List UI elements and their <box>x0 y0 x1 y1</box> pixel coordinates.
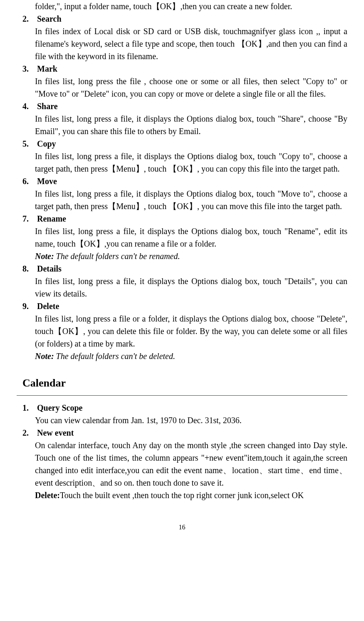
item-move: 6. Move In files list, long press a file… <box>17 175 347 212</box>
item-query-scope: 1. Query Scope You can view calendar fro… <box>17 402 347 426</box>
item-title: Move <box>37 177 57 186</box>
item-body: In files list, long press a file, it dis… <box>35 275 347 300</box>
note-label: Note: <box>35 352 54 361</box>
item-number: 9. <box>22 300 35 312</box>
item-number: 3. <box>22 62 35 75</box>
section-divider <box>17 395 347 396</box>
item-title: Share <box>37 102 58 111</box>
item-copy: 5. Copy In files list, long press a file… <box>17 137 347 175</box>
item-note: Note: The default folders can't be renam… <box>35 250 347 262</box>
item-body: In files list, long press a file, it dis… <box>35 150 347 175</box>
item-number: 6. <box>22 175 35 187</box>
item-title: Delete <box>37 302 59 311</box>
item-search: 2. Search In files index of Local disk o… <box>17 12 347 62</box>
item-title: Query Scope <box>37 403 82 412</box>
item-number: 7. <box>22 212 35 225</box>
item-body: In files list, long press a file or a fo… <box>35 312 347 350</box>
item-title: Search <box>37 14 62 23</box>
delete-body: Touch the built event ,then touch the to… <box>60 491 304 500</box>
item-delete-line: Delete:Touch the built event ,then touch… <box>35 489 347 501</box>
item-body: In files list, long press a file, it dis… <box>35 187 347 212</box>
item-body: In files list, long press a file, it dis… <box>35 225 347 250</box>
item-title: Mark <box>37 64 57 73</box>
item-title: New event <box>37 428 74 437</box>
item-number: 2. <box>22 426 35 439</box>
item-number: 8. <box>22 262 35 275</box>
item-details: 8. Details In files list, long press a f… <box>17 262 347 300</box>
item-title: Copy <box>37 139 56 148</box>
item-title: Details <box>37 264 62 273</box>
note-text: The default folders can't be renamed. <box>54 252 180 261</box>
item-body: In files list, long press a file, it dis… <box>35 112 347 137</box>
note-label: Note: <box>35 252 54 261</box>
item-body: In files list, long press the file , cho… <box>35 75 347 100</box>
item-number: 2. <box>22 12 35 25</box>
item-mark: 3. Mark In files list, long press the fi… <box>17 62 347 100</box>
item-number: 4. <box>22 100 35 112</box>
item-title: Rename <box>37 214 66 223</box>
item-rename: 7. Rename In files list, long press a fi… <box>17 212 347 262</box>
item-body: In files index of Local disk or SD card … <box>35 25 347 62</box>
section-title-calendar: Calendar <box>22 375 347 391</box>
delete-label: Delete: <box>35 491 60 500</box>
item-note: Note: The default folders can't be delet… <box>35 350 347 362</box>
item-body: You can view calendar from Jan. 1st, 197… <box>35 414 347 426</box>
item-new-event: 2. New event On calendar interface, touc… <box>17 426 347 501</box>
note-text: The default folders can't be deleted. <box>54 352 175 361</box>
top-fragment-text: folder,", input a folder name, touch【OK】… <box>35 0 347 12</box>
page-number: 16 <box>17 522 347 532</box>
item-number: 1. <box>22 402 35 414</box>
item-number: 5. <box>22 137 35 150</box>
item-share: 4. Share In files list, long press a fil… <box>17 100 347 137</box>
item-delete: 9. Delete In files list, long press a fi… <box>17 300 347 362</box>
item-body: On calendar interface, touch Any day on … <box>35 439 347 489</box>
